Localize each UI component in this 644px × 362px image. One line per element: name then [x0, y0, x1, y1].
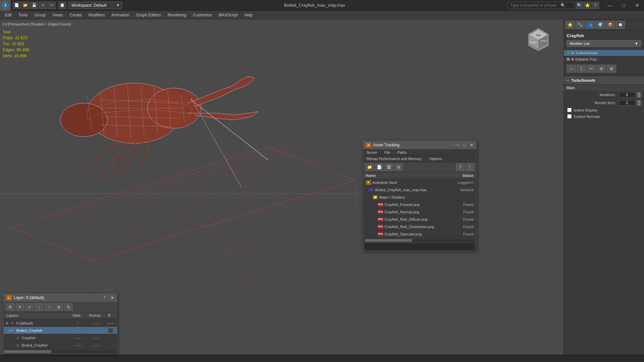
menu-tools[interactable]: Tools: [15, 11, 31, 19]
stats-total-label: Total: [3, 29, 29, 35]
asset-tool-grid[interactable]: ⊞: [394, 163, 403, 171]
asset-row-vault[interactable]: A Autodesk Vault Logged O: [363, 179, 476, 186]
undo-btn[interactable]: ↩: [39, 2, 47, 9]
panel-sub-tool-4[interactable]: ⊞: [597, 65, 606, 73]
asset-sub-options[interactable]: Options: [426, 156, 446, 162]
new-file-btn[interactable]: 📄: [13, 2, 21, 9]
maximize-btn[interactable]: □: [617, 0, 630, 11]
asset-row-maps-folder[interactable]: 📁 Maps / Shaders: [363, 194, 476, 201]
menu-group[interactable]: Group: [31, 11, 49, 19]
iterations-input[interactable]: [619, 92, 635, 97]
search-bar[interactable]: 🔍: [507, 2, 574, 9]
asset-tool-doc[interactable]: 📄: [375, 163, 384, 171]
viewport-label[interactable]: [+] [Perspective] [Shaded + Edged Faces]: [3, 22, 71, 26]
layers-title: Layer: 0 (default): [14, 295, 101, 300]
menu-rendering[interactable]: Rendering: [164, 11, 189, 19]
menu-create[interactable]: Create: [66, 11, 85, 19]
layers-move-up-btn[interactable]: ↑: [45, 303, 53, 311]
iterations-up[interactable]: ▲: [637, 92, 641, 95]
info-btn[interactable]: 🔍: [576, 2, 583, 9]
iterations-down[interactable]: ▼: [637, 95, 641, 98]
menu-customize[interactable]: Customize: [189, 11, 215, 19]
asset-icon-red-glossiness: PNG: [378, 224, 383, 229]
open-file-btn[interactable]: 📂: [21, 2, 30, 9]
layer-freeze-boiled: ——: [87, 329, 106, 333]
layer-row-boiled-sub[interactable]: ⊙ Boiled_Crayfish —— ——: [4, 342, 117, 349]
layer-row-crayfish[interactable]: ⊙ Crayfish —— ——: [4, 334, 117, 342]
layers-close-btn[interactable]: ✕: [110, 295, 114, 300]
panel-tool-1[interactable]: ⭐: [565, 21, 575, 29]
asset-minimize-btn[interactable]: —: [455, 143, 459, 147]
layers-scrollbar[interactable]: [4, 350, 116, 353]
explicit-normals-checkbox[interactable]: [567, 114, 572, 119]
menu-views[interactable]: Views: [49, 11, 66, 19]
panel-tool-2[interactable]: 🔧: [575, 21, 585, 29]
asset-menu-server[interactable]: Server: [363, 149, 381, 155]
menu-help[interactable]: Help: [241, 11, 256, 19]
panel-tool-6[interactable]: 🔲: [616, 21, 625, 29]
panel-sub-tool-3[interactable]: ✂: [587, 65, 596, 73]
close-btn[interactable]: ✕: [631, 0, 644, 11]
asset-menu-file[interactable]: File: [381, 149, 394, 155]
asset-menu-paths[interactable]: Paths: [394, 149, 410, 155]
modifier-list-header[interactable]: Modifier List ▼: [567, 40, 641, 47]
asset-row-red-diffuse[interactable]: PNG Crayfish_Red_Diffuse.png Found: [363, 216, 476, 223]
asset-tool-help[interactable]: ?: [456, 163, 465, 171]
menu-animation[interactable]: Animation: [108, 11, 133, 19]
modifier-dot-1: [567, 51, 570, 55]
asset-tool-folder[interactable]: 📁: [365, 163, 374, 171]
panel-tool-5[interactable]: 📦: [605, 21, 615, 29]
asset-maximize-btn[interactable]: □: [463, 143, 466, 147]
menu-edit[interactable]: Edit: [1, 11, 15, 19]
panel-tool-3[interactable]: 👥: [585, 21, 595, 29]
layer-box-boiled: [106, 328, 116, 333]
asset-titlebar[interactable]: A Asset Tracking — □ ✕: [363, 141, 476, 149]
layers-delete-btn[interactable]: ✕: [15, 303, 24, 311]
layers-sort-btn[interactable]: ⇅: [64, 303, 73, 311]
modifier-editable-poly[interactable]: Editable Poly: [564, 56, 644, 63]
search-input[interactable]: [510, 3, 561, 8]
save-btn[interactable]: 💾: [30, 2, 38, 9]
panel-tool-4[interactable]: 🌍: [595, 21, 605, 29]
iterations-spinner: ▲ ▼: [637, 92, 641, 98]
layers-settings-btn[interactable]: ⚙: [6, 303, 14, 311]
render-iters-up[interactable]: ▲: [637, 100, 641, 103]
layer-row-boiled-crayfish[interactable]: ▶ ≡ Boiled_Crayfish —— ——: [4, 327, 117, 334]
redo-btn[interactable]: ↪: [48, 2, 56, 9]
nav-cube[interactable]: TOP FRONT RIGHT: [523, 25, 553, 55]
layers-merge-btn[interactable]: ⊕: [54, 303, 63, 311]
panel-sub-tool-2[interactable]: |: [577, 65, 586, 73]
menu-maxscript[interactable]: MAXScript: [215, 11, 241, 19]
asset-tool-warn[interactable]: !: [466, 163, 474, 171]
asset-row-max-file[interactable]: ▪ Boiled_Crayfish_max_vray.max Network: [363, 186, 476, 194]
isoline-checkbox[interactable]: [567, 108, 572, 112]
asset-row-red-glossiness[interactable]: PNG Crayfish_Red_Glossiness.png Found: [363, 223, 476, 230]
asset-tool-image[interactable]: 🖼: [385, 163, 393, 171]
minimize-btn[interactable]: —: [603, 0, 617, 11]
layers-scrollbar-thumb[interactable]: [4, 350, 51, 353]
menu-modifiers[interactable]: Modifiers: [85, 11, 108, 19]
layer-row-default[interactable]: ▶ ≡ 0 (default) ✓ —— ——: [4, 319, 117, 327]
layers-move-down-btn[interactable]: ↓: [35, 303, 44, 311]
asset-status-specular: Found: [447, 232, 474, 236]
layers-question-btn[interactable]: ?: [103, 295, 106, 300]
panel-sub-tool-5[interactable]: ⊠: [607, 65, 616, 73]
asset-row-fresnel[interactable]: PNG Crayfish_Fresnel.png Found: [363, 201, 476, 208]
bookmark-btn[interactable]: ⭐: [584, 2, 591, 9]
asset-row-specular[interactable]: PNG Crayfish_Specular.png Found: [363, 230, 476, 238]
layers-add-btn[interactable]: +: [25, 303, 34, 311]
extra-btn[interactable]: 📋: [58, 2, 66, 9]
layers-titlebar[interactable]: L Layer: 0 (default) ? ✕: [4, 294, 117, 302]
render-iters-input[interactable]: [619, 100, 635, 105]
help-btn[interactable]: ?: [592, 2, 599, 9]
render-iters-down[interactable]: ▼: [637, 103, 641, 106]
asset-row-normal[interactable]: PNG Crayfish_Normal.png Found: [363, 208, 476, 216]
asset-sub-bitmap[interactable]: Bitmap Performance and Memory: [363, 156, 425, 162]
asset-close-btn[interactable]: ✕: [470, 142, 474, 148]
menu-graph-editors[interactable]: Graph Editors: [133, 11, 164, 19]
stats-edges-value: 95 469: [16, 47, 29, 53]
panel-sub-tool-1[interactable]: ↔: [567, 65, 576, 73]
workspace-dropdown[interactable]: Workspace: Default ▼: [68, 2, 122, 9]
turbosmooth-section-header[interactable]: − TurboSmooth: [564, 76, 644, 85]
modifier-turbosmooth[interactable]: TurboSmooth: [564, 50, 644, 56]
